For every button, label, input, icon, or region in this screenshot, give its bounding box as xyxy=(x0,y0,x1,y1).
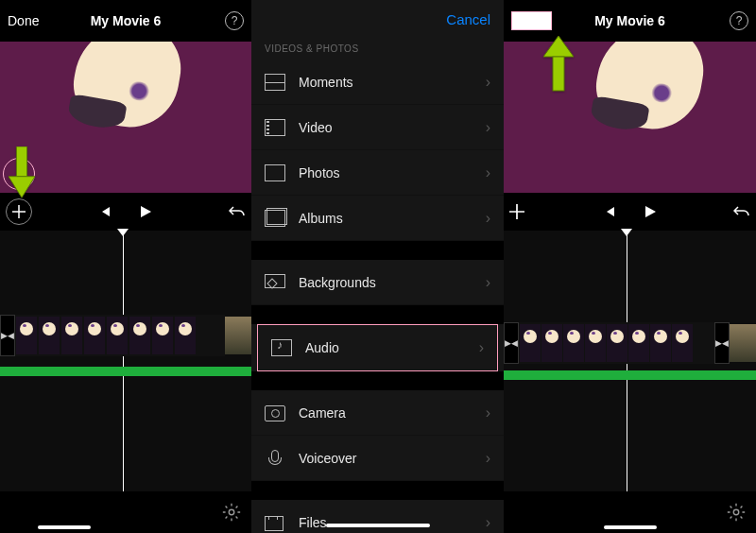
menu-item-moments[interactable]: Moments › xyxy=(251,60,504,105)
menu-item-camera[interactable]: Camera › xyxy=(251,390,504,436)
undo-button[interactable] xyxy=(229,204,246,219)
menu-label: Video xyxy=(299,120,333,135)
video-clip[interactable] xyxy=(519,322,714,364)
menu-item-files[interactable]: Files › xyxy=(251,500,504,533)
annotation-highlight-circle xyxy=(3,158,35,190)
menu-label: Photos xyxy=(299,165,340,181)
cancel-button[interactable]: Cancel xyxy=(446,11,490,27)
section-header: VIDEOS & PHOTOS xyxy=(251,38,504,60)
menu-item-photos[interactable]: Photos › xyxy=(251,150,504,196)
backgrounds-icon xyxy=(265,274,285,291)
bottom-bar xyxy=(504,491,756,533)
menu-label: Files xyxy=(299,515,327,530)
transport-bar xyxy=(0,193,251,231)
annotation-highlight-box: Audio › xyxy=(257,324,498,371)
chevron-right-icon: › xyxy=(486,119,490,136)
settings-button[interactable] xyxy=(221,502,242,523)
plus-icon xyxy=(12,205,26,218)
video-clip-2[interactable] xyxy=(225,317,251,354)
menu-item-backgrounds[interactable]: Backgrounds › xyxy=(251,260,504,305)
chevron-right-icon: › xyxy=(486,274,490,291)
home-indicator xyxy=(38,525,91,529)
audio-track[interactable] xyxy=(504,370,756,380)
timeline[interactable]: ▶◀ ▶◀ xyxy=(504,231,756,495)
chevron-right-icon: › xyxy=(486,74,490,91)
albums-icon xyxy=(265,210,285,227)
menu-item-albums[interactable]: Albums › xyxy=(251,196,504,241)
menu-label: Camera xyxy=(299,405,346,421)
files-icon xyxy=(265,514,285,531)
play-button[interactable] xyxy=(643,204,658,219)
add-media-button[interactable] xyxy=(509,204,524,219)
preview-frame-content xyxy=(590,42,710,137)
help-button[interactable]: ? xyxy=(225,11,244,30)
audio-icon xyxy=(271,339,292,356)
topbar: Done My Movie 6 ? xyxy=(504,0,756,42)
editor-panel-right: Done My Movie 6 ? ▶◀ ▶◀ xyxy=(504,0,756,533)
undo-button[interactable] xyxy=(733,204,750,219)
help-button[interactable]: ? xyxy=(730,11,748,30)
play-button[interactable] xyxy=(138,204,153,219)
video-track: ▶◀ ▶◀ xyxy=(504,321,756,365)
chevron-right-icon: › xyxy=(486,514,490,531)
clip-start-bracket[interactable]: ▶◀ xyxy=(0,315,15,356)
photos-icon xyxy=(265,164,285,181)
audio-track[interactable] xyxy=(0,367,251,376)
moments-icon xyxy=(265,74,285,91)
video-icon xyxy=(265,119,285,136)
home-indicator xyxy=(326,524,430,527)
media-picker-panel: Cancel VIDEOS & PHOTOS Moments › Video ›… xyxy=(251,0,504,533)
menu-label: Voiceover xyxy=(299,451,356,466)
video-preview[interactable] xyxy=(504,42,756,193)
project-title: My Movie 6 xyxy=(91,13,162,28)
menu-label: Backgrounds xyxy=(299,275,376,290)
menu-label: Moments xyxy=(299,75,353,90)
clip-start-bracket[interactable]: ▶◀ xyxy=(504,322,519,364)
picker-topbar: Cancel xyxy=(251,0,504,38)
menu-item-audio[interactable]: Audio › xyxy=(258,325,497,370)
video-clip-2[interactable] xyxy=(730,324,756,362)
clip-end-bracket[interactable]: ▶◀ xyxy=(714,322,730,364)
editor-panel-left: Done My Movie 6 ? ▶◀ xyxy=(0,0,251,533)
playhead[interactable] xyxy=(123,231,124,495)
menu-item-voiceover[interactable]: Voiceover › xyxy=(251,436,504,481)
video-clip[interactable] xyxy=(15,315,225,356)
project-title: My Movie 6 xyxy=(594,13,665,28)
chevron-right-icon: › xyxy=(479,339,484,356)
chevron-right-icon: › xyxy=(486,450,490,467)
camera-icon xyxy=(265,404,285,421)
svg-point-2 xyxy=(229,509,234,515)
skip-back-button[interactable] xyxy=(98,205,112,218)
settings-button[interactable] xyxy=(726,502,747,523)
chevron-right-icon: › xyxy=(486,404,490,421)
preview-frame-content xyxy=(67,42,187,135)
menu-label: Albums xyxy=(299,211,343,226)
home-indicator xyxy=(604,525,657,529)
topbar: Done My Movie 6 ? xyxy=(0,0,251,42)
timeline[interactable]: ▶◀ xyxy=(0,231,251,495)
done-button[interactable]: Done xyxy=(511,11,552,30)
menu-item-video[interactable]: Video › xyxy=(251,105,504,150)
done-button[interactable]: Done xyxy=(8,13,39,28)
skip-back-button[interactable] xyxy=(603,205,616,218)
transport-bar xyxy=(504,193,756,231)
menu-label: Audio xyxy=(305,340,339,355)
chevron-right-icon: › xyxy=(486,210,490,227)
add-media-button[interactable] xyxy=(6,198,32,225)
video-track: ▶◀ xyxy=(0,314,251,357)
voiceover-icon xyxy=(265,450,285,467)
chevron-right-icon: › xyxy=(486,164,490,181)
video-preview[interactable] xyxy=(0,42,251,193)
svg-point-5 xyxy=(733,509,739,515)
